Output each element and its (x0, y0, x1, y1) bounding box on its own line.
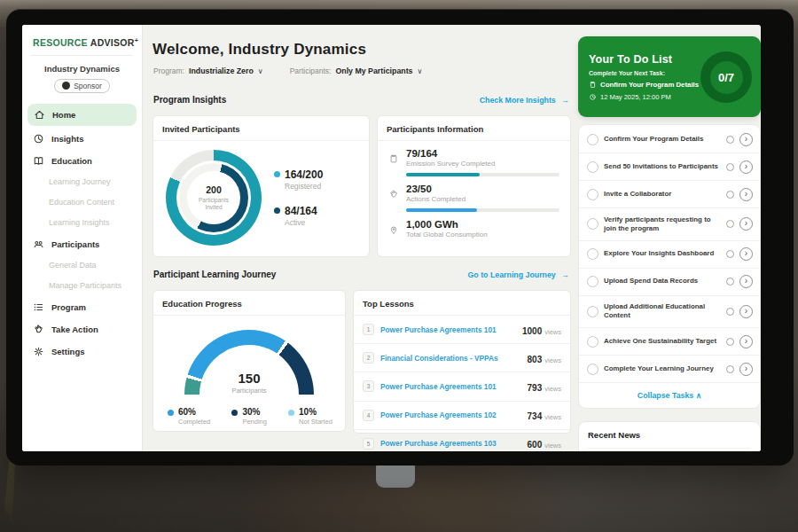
sidebar-item-learning-journey[interactable]: Learning Journey (22, 172, 142, 192)
chevron-down-icon: ∨ (258, 67, 263, 75)
task-row-achieve-target[interactable]: Achieve One Sustainability Target › (579, 328, 760, 356)
task-checkbox[interactable] (587, 161, 598, 173)
hand-icon (33, 324, 44, 335)
gear-icon (33, 346, 44, 357)
sidebar-item-home[interactable]: Home (27, 104, 137, 126)
sidebar-item-education-content[interactable]: Education Content (22, 192, 142, 213)
lesson-row: 1 Power Purchase Agreements 101 1000view… (354, 316, 570, 344)
sidebar-item-label: Insights (51, 134, 83, 144)
todo-summary-card: Your To Do List Complete Your Next Task:… (578, 36, 761, 117)
sidebar-item-general-data[interactable]: General Data (22, 255, 142, 276)
program-label: Program: (153, 66, 184, 75)
card-title: Invited Participants (153, 116, 369, 141)
legend-item-active: 84/164 Active (274, 205, 323, 227)
participants-label: Participants: (290, 66, 332, 75)
task-checkbox[interactable] (587, 276, 598, 287)
task-row-verify-participants[interactable]: Verify participants requesting to join t… (579, 208, 760, 241)
legend-dot-navy (274, 207, 280, 214)
go-to-learning-journey-link[interactable]: Go to Learning Journey → (468, 270, 569, 279)
home-icon (34, 109, 45, 121)
views-suffix: views (544, 356, 561, 364)
sidebar-item-program[interactable]: Program (22, 296, 142, 318)
org-name: Industry Dynamics (22, 64, 142, 74)
actions-progress-fill (406, 208, 477, 212)
lesson-rank: 4 (363, 410, 374, 421)
chevron-up-icon: ∧ (696, 391, 701, 400)
lesson-link[interactable]: Power Purchase Agreements 101 (380, 382, 521, 391)
task-checkbox[interactable] (587, 306, 598, 317)
lesson-link[interactable]: Power Purchase Agreements 101 (380, 325, 516, 334)
chevron-right-icon[interactable]: › (739, 188, 753, 201)
sidebar-item-learning-insights[interactable]: Learning Insights (22, 213, 142, 233)
insights-cards-row: Invited Participants 200 Participants In… (153, 115, 571, 257)
lesson-row: 2 Financial Considerations - VPPAs 803vi… (354, 344, 570, 372)
clock-icon (726, 338, 734, 346)
task-row-send-invitations[interactable]: Send 50 Invitations to Participants › (579, 153, 760, 181)
chevron-right-icon[interactable]: › (739, 335, 753, 348)
section-title: Participant Learning Journey (153, 270, 276, 279)
insights-icon (33, 133, 44, 145)
task-checkbox[interactable] (587, 134, 598, 145)
clipboard-icon (589, 81, 597, 89)
lesson-link[interactable]: Power Purchase Agreements 102 (380, 411, 521, 419)
collapse-tasks-link[interactable]: Collapse Tasks ∧ (579, 383, 760, 407)
task-row-confirm-program[interactable]: Confirm Your Program Details › (579, 126, 760, 153)
lesson-row: 5 Power Purchase Agreements 103 600views (354, 430, 570, 451)
task-row-complete-learning-journey[interactable]: Complete Your Learning Journey › (579, 356, 760, 383)
sidebar-item-label: Home (52, 110, 75, 120)
task-checkbox[interactable] (587, 189, 598, 200)
program-select[interactable]: Program: Industrialize Zero ∨ (153, 66, 263, 75)
task-label: Verify participants requesting to join t… (604, 215, 721, 234)
task-row-upload-spend-data[interactable]: Upload Spend Data Records › (579, 269, 760, 296)
lesson-views: 793 (528, 383, 543, 393)
lesson-link[interactable]: Financial Considerations - VPPAs (380, 354, 521, 363)
sidebar-item-take-action[interactable]: Take Action (22, 318, 142, 340)
legend-item-not-started: 10% Not Started (288, 407, 332, 426)
sidebar-item-education[interactable]: Education (22, 150, 142, 172)
sponsor-badge[interactable]: Sponsor (54, 79, 110, 93)
task-checkbox[interactable] (587, 218, 598, 230)
todo-task-list: Confirm Your Program Details › Send 50 I… (578, 124, 761, 409)
info-label: Total Global Consumption (406, 231, 559, 239)
clock-icon (726, 191, 734, 199)
task-label: Confirm Your Program Details (604, 135, 721, 144)
actions-progress-bar (406, 208, 559, 212)
views-suffix: views (544, 413, 561, 421)
clock-icon (726, 250, 734, 258)
task-checkbox[interactable] (587, 248, 598, 260)
lesson-link[interactable]: Power Purchase Agreements 103 (380, 439, 521, 448)
legend-value: 10% (299, 407, 332, 417)
chevron-right-icon[interactable]: › (739, 363, 753, 376)
check-more-insights-link[interactable]: Check More Insights → (480, 96, 569, 105)
chevron-right-icon[interactable]: › (739, 247, 753, 261)
legend-item-completed: 60% Completed (168, 407, 210, 426)
list-icon (33, 301, 44, 313)
chevron-right-icon[interactable]: › (739, 305, 753, 318)
sidebar-item-manage-participants[interactable]: Manage Participants (22, 276, 142, 296)
chevron-right-icon[interactable]: › (739, 133, 753, 146)
card-title: Participants Information (378, 116, 570, 141)
lesson-rank: 2 (363, 352, 374, 364)
task-row-explore-insights[interactable]: Explore Your Insights Dashboard › (579, 241, 760, 269)
sidebar-item-settings[interactable]: Settings (22, 340, 142, 363)
chevron-right-icon[interactable]: › (739, 275, 753, 288)
news-divider (588, 448, 751, 449)
task-label: Upload Additional Educational Content (604, 302, 721, 321)
chevron-right-icon[interactable]: › (739, 217, 753, 231)
task-checkbox[interactable] (587, 336, 598, 348)
task-checkbox[interactable] (587, 364, 598, 375)
sidebar-item-insights[interactable]: Insights (22, 128, 142, 150)
collapse-label: Collapse Tasks (638, 391, 693, 400)
participants-select[interactable]: Participants: Only My Participants ∨ (290, 66, 423, 75)
info-value: 1,000 GWh (406, 219, 559, 230)
task-label: Explore Your Insights Dashboard (604, 249, 721, 258)
sponsor-badge-icon (62, 82, 70, 90)
donut-legend: 164/200 Registered 84/164 Active (274, 168, 323, 227)
invited-donut-chart: 200 Participants Invited (166, 150, 262, 246)
legend-label: Registered (285, 182, 323, 191)
task-row-upload-educational-content[interactable]: Upload Additional Educational Content › (579, 296, 760, 329)
task-row-invite-collaborator[interactable]: Invite a Collaborator › (579, 181, 760, 208)
sidebar-item-participants[interactable]: Participants (22, 233, 142, 255)
book-icon (33, 155, 44, 167)
chevron-right-icon[interactable]: › (739, 160, 753, 174)
